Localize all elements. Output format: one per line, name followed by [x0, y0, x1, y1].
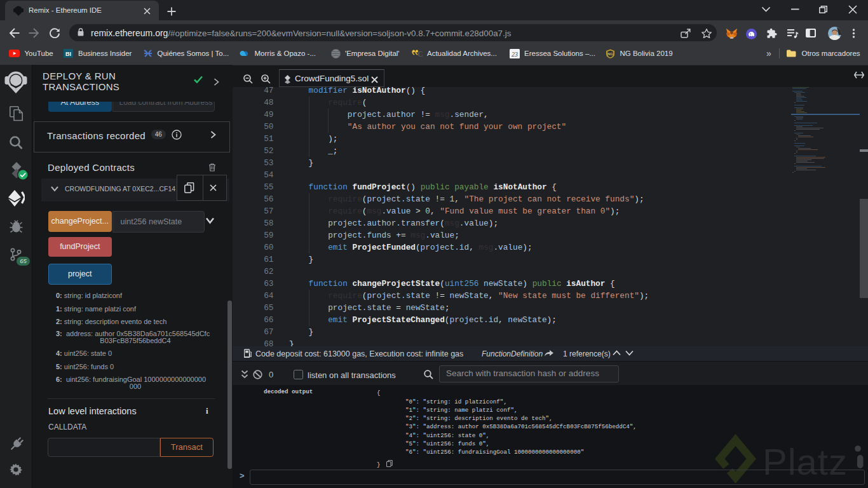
svg-text:NG: NG	[607, 52, 613, 56]
svg-text:C: C	[417, 50, 423, 58]
svg-text:BI: BI	[65, 51, 71, 57]
svg-text:23: 23	[512, 51, 518, 58]
